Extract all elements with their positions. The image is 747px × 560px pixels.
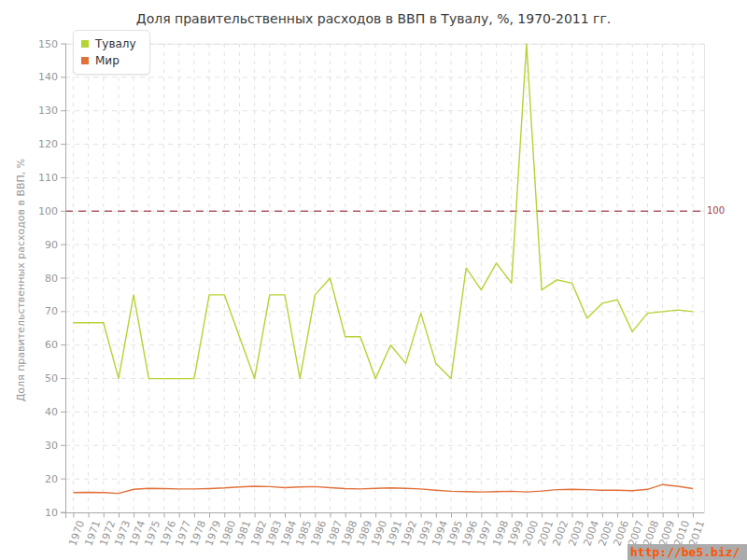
legend-swatch-tuvalu-icon xyxy=(81,40,89,48)
legend-label-tuvalu: Тувалу xyxy=(95,37,136,50)
y-tick-label: 90 xyxy=(26,239,58,251)
legend-label-mir: Мир xyxy=(95,54,120,67)
threshold-label: 100 xyxy=(707,205,725,217)
legend-item-tuvalu: Тувалу xyxy=(81,35,136,52)
y-tick-label: 10 xyxy=(26,507,58,519)
legend-item-mir: Мир xyxy=(81,52,136,69)
watermark: http://be5.biz/ xyxy=(627,544,747,560)
y-tick-label: 140 xyxy=(26,71,58,83)
y-tick-label: 110 xyxy=(26,172,58,184)
y-tick-label: 30 xyxy=(26,440,58,452)
y-tick-label: 130 xyxy=(26,105,58,117)
y-tick-label: 50 xyxy=(26,372,58,385)
y-axis-title: Доля правительственных расходов в ВВП, % xyxy=(15,159,27,402)
y-tick-label: 80 xyxy=(26,273,58,285)
y-tick-label: 100 xyxy=(26,205,58,217)
chart-page: Доля правительственных расходов в ВВП в … xyxy=(0,0,747,560)
y-tick-label: 60 xyxy=(26,339,58,351)
y-tick-label: 120 xyxy=(26,138,58,150)
legend: Тувалу Мир xyxy=(73,30,150,75)
legend-swatch-mir-icon xyxy=(81,57,89,64)
chart-svg xyxy=(0,0,747,560)
y-tick-label: 40 xyxy=(26,406,58,418)
y-tick-label: 150 xyxy=(26,38,58,50)
y-tick-label: 20 xyxy=(26,473,58,485)
y-tick-label: 70 xyxy=(26,305,58,317)
chart-title: Доля правительственных расходов в ВВП в … xyxy=(0,11,747,26)
